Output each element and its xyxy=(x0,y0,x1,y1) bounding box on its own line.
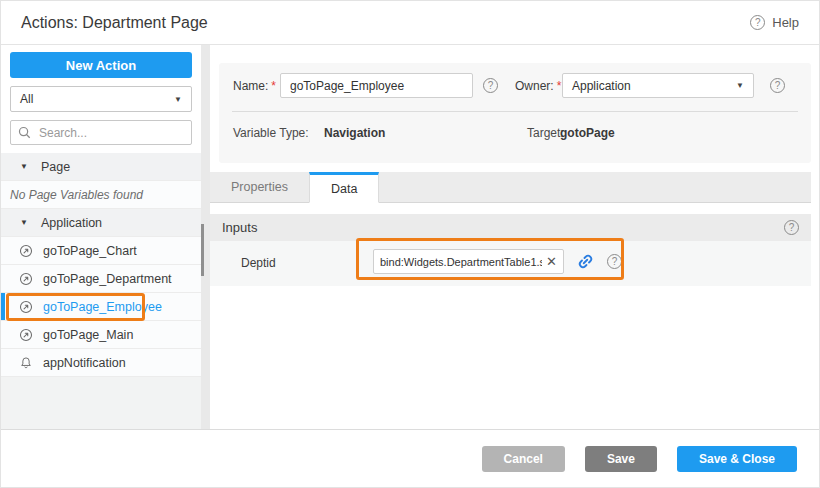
tree-item-label: goToPage_Employee xyxy=(43,300,162,314)
tree-item-appnotification[interactable]: appNotification xyxy=(1,349,201,377)
navigation-icon xyxy=(19,328,33,342)
main-panel: Name:* ? Owner:* Application ▼ ? Variabl… xyxy=(210,45,819,429)
deptid-bind-value: bind:Widgets.DepartmentTable1.select xyxy=(380,256,542,268)
actions-dialog: Actions: Department Page ? Help New Acti… xyxy=(0,0,820,488)
target-label: Target: xyxy=(527,126,564,140)
sidebar-filler xyxy=(1,377,201,429)
tree-item-label: appNotification xyxy=(43,356,126,370)
collapse-arrow-icon: ▼ xyxy=(20,162,28,171)
filter-select[interactable]: All ▼ xyxy=(10,86,192,112)
inputs-section: Inputs ? Deptid bind:Widgets.DepartmentT… xyxy=(210,214,811,286)
chevron-down-icon: ▼ xyxy=(736,81,744,90)
required-asterisk: * xyxy=(271,79,276,93)
tree-item-label: goToPage_Department xyxy=(43,272,172,286)
name-label: Name:* xyxy=(233,79,276,93)
save-and-close-button[interactable]: Save & Close xyxy=(677,446,797,472)
chevron-down-icon: ▼ xyxy=(174,95,182,104)
search-box[interactable] xyxy=(10,120,192,145)
deptid-binding-group: bind:Widgets.DepartmentTable1.select ✕ ? xyxy=(373,249,622,274)
inputs-section-header: Inputs ? xyxy=(210,214,811,241)
tab-bar: Properties Data xyxy=(210,172,811,203)
clear-binding-icon[interactable]: ✕ xyxy=(546,255,557,268)
search-icon xyxy=(18,126,31,139)
tree-group-page[interactable]: ▼ Page xyxy=(1,153,201,181)
required-asterisk: * xyxy=(557,79,562,93)
action-summary-card: Name:* ? Owner:* Application ▼ ? Variabl… xyxy=(219,63,811,163)
collapse-arrow-icon: ▼ xyxy=(20,218,28,227)
selected-indicator-bar xyxy=(1,293,5,320)
dialog-body: New Action All ▼ ▼ Page No Page Variable xyxy=(1,45,819,429)
panel-divider xyxy=(201,45,210,429)
tab-properties[interactable]: Properties xyxy=(210,172,309,202)
empty-page-variables-message: No Page Variables found xyxy=(1,181,201,209)
deptid-help-icon[interactable]: ? xyxy=(607,254,622,269)
dialog-header: Actions: Department Page ? Help xyxy=(1,1,819,45)
owner-label: Owner:* xyxy=(515,79,561,93)
bind-link-icon[interactable] xyxy=(573,249,597,273)
inputs-section-title: Inputs xyxy=(222,220,257,235)
help-label: Help xyxy=(772,15,799,30)
tree-group-application[interactable]: ▼ Application xyxy=(1,209,201,237)
navigation-icon xyxy=(19,272,33,286)
sidebar: New Action All ▼ ▼ Page No Page Variable xyxy=(1,45,201,429)
readonly-row: Variable Type: Navigation Target: gotoPa… xyxy=(219,126,811,142)
help-button[interactable]: ? Help xyxy=(750,15,799,30)
notification-icon xyxy=(19,356,33,370)
owner-select[interactable]: Application ▼ xyxy=(562,73,754,98)
name-input[interactable] xyxy=(280,73,473,98)
dialog-footer: Cancel Save Save & Close xyxy=(1,429,819,487)
tab-data[interactable]: Data xyxy=(309,172,379,203)
tree-item-label: goToPage_Main xyxy=(43,328,133,342)
variable-type-value: Navigation xyxy=(324,126,385,140)
tree-item-gotopage-department[interactable]: goToPage_Department xyxy=(1,265,201,293)
variable-type-label: Variable Type: xyxy=(233,126,309,140)
navigation-icon xyxy=(19,244,33,258)
name-help-icon[interactable]: ? xyxy=(483,78,498,93)
owner-select-value: Application xyxy=(572,79,631,93)
help-icon: ? xyxy=(750,15,765,30)
owner-help-icon[interactable]: ? xyxy=(770,78,785,93)
inputs-section-body: Deptid bind:Widgets.DepartmentTable1.sel… xyxy=(210,241,811,286)
navigation-icon xyxy=(19,300,33,314)
card-divider xyxy=(232,111,798,112)
tree-item-gotopage-chart[interactable]: goToPage_Chart xyxy=(1,237,201,265)
tree-group-label: Page xyxy=(41,160,70,174)
tree-item-gotopage-main[interactable]: goToPage_Main xyxy=(1,321,201,349)
tree-item-gotopage-employee[interactable]: goToPage_Employee xyxy=(1,293,201,321)
filter-select-value: All xyxy=(20,92,33,106)
save-button[interactable]: Save xyxy=(585,446,657,472)
deptid-label: Deptid xyxy=(241,256,276,270)
tree-item-label: goToPage_Chart xyxy=(43,244,137,258)
page-title: Actions: Department Page xyxy=(21,14,208,32)
variables-tree: ▼ Page No Page Variables found ▼ Applica… xyxy=(1,153,201,377)
cancel-button[interactable]: Cancel xyxy=(482,446,565,472)
scrollbar-thumb[interactable] xyxy=(201,224,204,276)
target-value: gotoPage xyxy=(560,126,615,140)
tree-group-label: Application xyxy=(41,216,102,230)
new-action-button[interactable]: New Action xyxy=(10,52,192,78)
deptid-bind-input[interactable]: bind:Widgets.DepartmentTable1.select ✕ xyxy=(373,249,564,274)
search-input[interactable] xyxy=(37,125,184,141)
inputs-help-icon[interactable]: ? xyxy=(784,220,799,235)
